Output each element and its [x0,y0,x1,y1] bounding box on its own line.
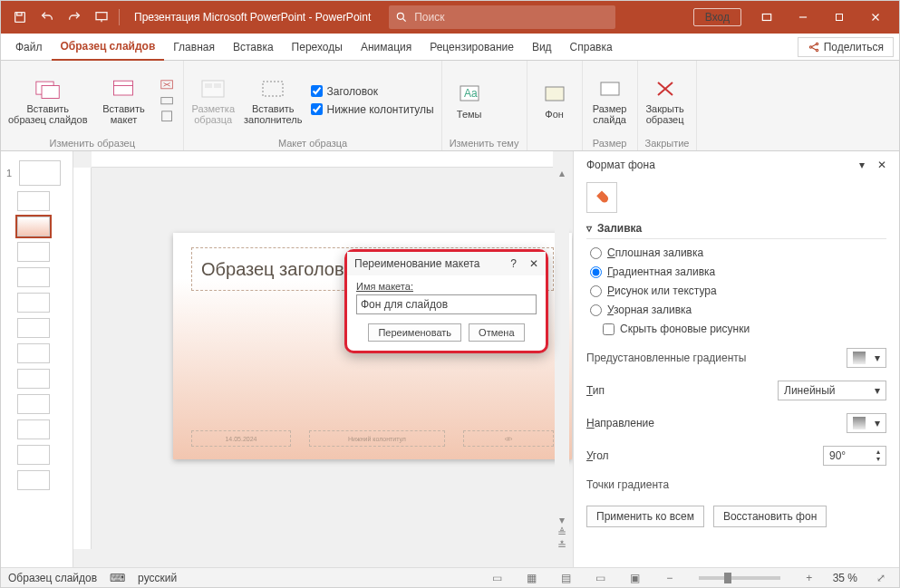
fill-category-icon[interactable] [586,182,617,213]
zoom-slider[interactable] [699,576,780,580]
maximize-icon[interactable] [821,1,857,34]
layout-thumb[interactable] [17,318,50,338]
radio-pattern-fill[interactable]: Узорная заливка [590,304,886,316]
fit-window-icon[interactable]: ⤢ [870,570,892,586]
footers-checkbox[interactable]: Нижние колонтитулы [311,103,433,116]
language-icon[interactable]: ⌨ [110,572,125,584]
sign-in-button[interactable]: Вход [693,8,741,26]
layout-thumb-selected[interactable] [17,217,50,236]
undo-icon[interactable] [34,5,61,30]
layout-thumb[interactable] [17,470,50,490]
close-master-button[interactable]: Закрыть образец [645,76,685,125]
zoom-level[interactable]: 35 % [833,572,857,584]
prev-slide-icon[interactable]: ≜ [556,527,567,538]
tab-view[interactable]: Вид [523,34,561,61]
slideshow-view-icon[interactable]: ▣ [624,570,646,586]
layout-thumb[interactable] [17,369,50,389]
tab-help[interactable]: Справка [561,34,622,61]
type-dropdown[interactable]: Линейный▾ [778,381,886,400]
zoom-out-button[interactable]: − [659,570,681,586]
sorter-view-icon[interactable]: ▤ [556,570,577,586]
share-button[interactable]: Поделиться [798,37,894,57]
layout-thumb[interactable] [17,267,50,287]
title-checkbox[interactable]: Заголовок [311,85,433,98]
angle-spinner[interactable]: 90°▴▾ [823,446,886,466]
zoom-in-button[interactable]: + [798,570,820,586]
search-box[interactable]: Поиск [389,5,615,29]
delete-button[interactable] [160,79,176,92]
vertical-ruler [73,168,92,549]
radio-picture-fill[interactable]: Рисунок или текстура [590,284,886,297]
background-button[interactable]: Фон [535,82,575,120]
search-placeholder: Поиск [414,11,444,24]
layout-thumb[interactable] [17,419,50,439]
footer-date[interactable]: 14.05.2024 [191,430,291,447]
group-background: Фон [527,61,583,150]
next-slide-icon[interactable]: ≛ [556,540,567,551]
status-language[interactable]: русский [138,572,177,584]
cancel-button[interactable]: Отмена [469,323,524,342]
layout-thumb[interactable] [17,242,50,262]
direction-dropdown[interactable]: ▾ [847,413,886,433]
hide-background-checkbox[interactable]: Скрыть фоновые рисунки [603,323,886,335]
rename-confirm-button[interactable]: Переименовать [368,323,461,342]
window-title: Презентация Microsoft PowerPoint - Power… [134,11,371,24]
tab-file[interactable]: Файл [6,34,52,61]
thumbnail-pane[interactable]: 1 [1,151,73,567]
layout-name-input[interactable] [356,294,537,314]
themes-button[interactable]: Aa Темы [450,82,489,120]
layout-thumb[interactable] [17,293,50,313]
apply-to-all-button[interactable]: Применить ко всем [586,506,704,527]
svg-rect-5 [837,14,843,21]
close-icon[interactable] [857,1,894,34]
svg-rect-0 [15,13,25,23]
tab-transitions[interactable]: Переходы [283,34,352,61]
reading-view-icon[interactable]: ▭ [590,570,612,586]
tab-slide-master[interactable]: Образец слайдов [52,34,165,61]
tab-home[interactable]: Главная [164,34,224,61]
insert-slide-master-button[interactable]: Вставить образец слайдов [8,76,87,125]
slideshow-icon[interactable] [88,5,115,30]
svg-rect-11 [114,81,133,95]
insert-layout-button[interactable]: Вставить макет [96,76,150,125]
dialog-close-icon[interactable]: ✕ [529,257,538,270]
footer-text[interactable]: Нижний колонтитул [309,430,445,447]
vertical-scrollbar[interactable]: ▴ ▾ ≜ ≛ [555,168,569,551]
dialog-help-icon[interactable]: ? [510,257,517,270]
layout-thumb[interactable] [17,191,50,211]
gradient-stops-label: Точки градиента [586,478,886,491]
reset-background-button[interactable]: Восстановить фон [713,506,827,527]
svg-point-7 [816,43,818,44]
type-label: Тип [586,384,778,397]
slide-size-button[interactable]: Размер слайда [590,76,630,125]
pane-close-icon[interactable]: ✕ [877,159,886,171]
master-thumb[interactable] [19,160,61,186]
notes-button[interactable]: ▭ [487,570,508,586]
status-mode: Образец слайдов [8,572,97,584]
redo-icon[interactable] [61,5,88,30]
rename-button[interactable] [160,94,176,107]
normal-view-icon[interactable]: ▦ [521,570,543,586]
insert-placeholder-button[interactable]: Вставить заполнитель [244,76,302,125]
save-icon[interactable] [6,5,34,30]
scroll-down-icon[interactable]: ▾ [556,515,567,525]
tab-insert[interactable]: Вставка [224,34,283,61]
scroll-up-icon[interactable]: ▴ [556,168,567,178]
fill-section-header[interactable]: ▿Заливка [586,222,886,239]
tab-animations[interactable]: Анимация [352,34,421,61]
layout-thumb[interactable] [17,394,50,414]
footer-number[interactable]: ‹#› [463,430,554,447]
radio-gradient-fill[interactable]: Градиентная заливка [590,265,886,278]
group-edit-theme: Aa Темы Изменить тему [442,61,527,150]
minimize-icon[interactable] [785,1,821,34]
layout-thumb[interactable] [17,343,50,363]
tab-review[interactable]: Рецензирование [421,34,523,61]
radio-solid-fill[interactable]: Сплошная заливка [590,246,886,259]
pane-options-icon[interactable]: ▾ [859,159,865,171]
preserve-button[interactable] [160,110,176,122]
svg-rect-17 [205,83,212,88]
ribbon-display-icon[interactable] [749,1,785,34]
preset-gradients-dropdown[interactable]: ▾ [847,348,886,368]
layout-thumb[interactable] [17,445,50,465]
group-size: Размер слайда Размер [583,61,638,150]
